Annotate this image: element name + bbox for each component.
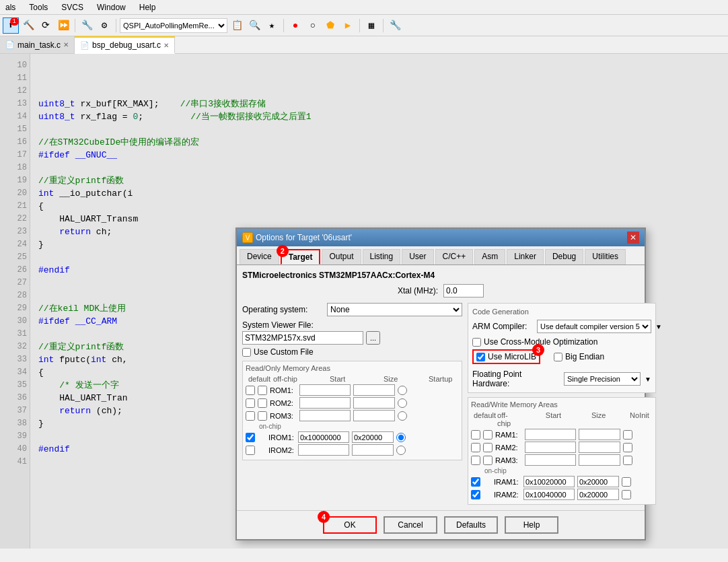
- rom1-default-cb[interactable]: [246, 386, 255, 395]
- step-badge-4: 4: [318, 511, 330, 523]
- toolbar-button-star[interactable]: ★: [264, 17, 280, 34]
- dialog-tab-cpp[interactable]: C/C++: [435, 249, 474, 265]
- rom3-startup-radio[interactable]: [398, 411, 407, 421]
- dialog-close-button[interactable]: ✕: [627, 232, 639, 244]
- ram1-size-input[interactable]: [579, 429, 620, 440]
- rom2-offchip-cb[interactable]: [258, 398, 267, 408]
- rom1-size-input[interactable]: [353, 384, 395, 396]
- dialog-tab-user[interactable]: User: [402, 249, 433, 265]
- menu-help[interactable]: Help: [137, 3, 159, 12]
- ok-button[interactable]: 4 OK: [323, 516, 377, 534]
- toolbar-button-arrow[interactable]: ▶: [340, 17, 356, 34]
- rom3-offchip-cb[interactable]: [258, 411, 267, 421]
- rom3-start-input[interactable]: [299, 410, 351, 421]
- toolbar-button-find[interactable]: 🔍: [246, 17, 262, 34]
- ram1-noinit-cb[interactable]: [623, 430, 632, 440]
- tab-main-task-close[interactable]: ✕: [63, 41, 69, 48]
- tab-bsp-debug-close[interactable]: ✕: [163, 42, 169, 49]
- toolbar-button-orange[interactable]: ⬟: [322, 17, 338, 34]
- ram3-default-cb[interactable]: [471, 456, 480, 465]
- iram1-start-input[interactable]: [523, 476, 575, 487]
- iram1-row: IRAM1:: [471, 476, 653, 487]
- ram2-noinit-cb[interactable]: [623, 443, 632, 452]
- irom2-cb[interactable]: [246, 446, 255, 455]
- rom3-size-input[interactable]: [353, 410, 395, 421]
- dialog-tab-listing[interactable]: Listing: [363, 249, 401, 265]
- ram3-start-input[interactable]: [525, 454, 576, 466]
- ram2-size-input[interactable]: [579, 442, 620, 453]
- menu-tools[interactable]: Tools: [26, 3, 50, 12]
- dialog-tab-asm[interactable]: Asm: [474, 249, 505, 265]
- rom2-startup-radio[interactable]: [398, 398, 407, 408]
- os-select[interactable]: None: [327, 303, 462, 316]
- ram1-start-input[interactable]: [525, 429, 576, 440]
- system-viewer-input[interactable]: [242, 331, 363, 345]
- ram2-default-cb[interactable]: [471, 443, 480, 452]
- xtal-row: Xtal (MHz):: [242, 284, 639, 297]
- ram3-size-input[interactable]: [579, 454, 620, 466]
- xtal-input[interactable]: [443, 284, 484, 297]
- rom2-size-input[interactable]: [353, 397, 395, 409]
- irom1-startup-radio[interactable]: [396, 433, 406, 442]
- ram2-start-input[interactable]: [525, 442, 576, 453]
- big-endian-checkbox[interactable]: [554, 353, 562, 361]
- toolbar-btn1-container: ⬆ 1: [3, 17, 19, 34]
- menu-als[interactable]: als: [3, 3, 18, 12]
- toolbar-button-build[interactable]: ⚙: [96, 17, 112, 34]
- irom2-startup-radio[interactable]: [396, 446, 406, 455]
- iram2-size-input[interactable]: [577, 489, 619, 500]
- rom1-startup-radio[interactable]: [398, 386, 407, 395]
- ram2-offchip-cb[interactable]: [483, 443, 493, 452]
- ram1-default-cb[interactable]: [471, 430, 480, 440]
- irom1-size-input[interactable]: [352, 431, 394, 443]
- defaults-button[interactable]: Defaults: [444, 516, 498, 534]
- custom-file-checkbox[interactable]: [242, 348, 251, 357]
- toolbar-button-grid[interactable]: ▦: [363, 17, 379, 34]
- toolbar-button-2[interactable]: 🔨: [20, 17, 36, 34]
- rom2-default-cb[interactable]: [246, 398, 255, 408]
- dialog-tab-target[interactable]: 2 Target: [281, 249, 321, 265]
- toolbar-separator-1: [75, 19, 75, 32]
- cross-module-checkbox[interactable]: [472, 338, 481, 347]
- toolbar-button-4[interactable]: ⏩: [55, 17, 71, 34]
- toolbar-button-rebuild[interactable]: 🔧: [79, 17, 95, 34]
- iram1-cb[interactable]: [471, 477, 480, 487]
- toolbar-button-settings[interactable]: 🔧: [387, 17, 403, 34]
- toolbar-button-red[interactable]: ●: [287, 17, 303, 34]
- microlib-checkbox[interactable]: [476, 353, 485, 361]
- rom2-start-input[interactable]: [299, 397, 351, 409]
- toolbar-target-dropdown[interactable]: QSPI_AutoPollingMemRe...: [120, 18, 227, 33]
- arm-compiler-select[interactable]: Use default compiler version 5: [537, 320, 651, 333]
- dialog-tab-linker[interactable]: Linker: [507, 249, 544, 265]
- tab-main-task[interactable]: 📄 main_task.c ✕: [0, 36, 75, 53]
- dialog-tab-output[interactable]: Output: [322, 249, 361, 265]
- menu-window[interactable]: Window: [94, 3, 129, 12]
- toolbar-button-load[interactable]: 📋: [229, 17, 245, 34]
- iram2-cb[interactable]: [471, 490, 480, 499]
- menu-svcs[interactable]: SVCS: [59, 3, 86, 12]
- dialog-tab-utilities[interactable]: Utilities: [585, 249, 626, 265]
- tab-bsp-debug[interactable]: 📄 bsp_debug_usart.c ✕: [75, 36, 175, 54]
- ram3-noinit-cb[interactable]: [623, 456, 632, 465]
- irom2-size-input[interactable]: [352, 444, 394, 456]
- toolbar-button-3[interactable]: ⟳: [38, 17, 54, 34]
- rom1-offchip-cb[interactable]: [258, 386, 267, 395]
- iram1-noinit-cb[interactable]: [622, 477, 631, 487]
- ram3-offchip-cb[interactable]: [483, 456, 493, 465]
- ram1-offchip-cb[interactable]: [483, 430, 493, 440]
- iram2-start-input[interactable]: [523, 489, 575, 500]
- iram1-size-input[interactable]: [577, 476, 619, 487]
- irom1-cb[interactable]: [246, 433, 255, 442]
- help-button[interactable]: Help: [505, 516, 558, 534]
- toolbar-button-circle[interactable]: ○: [305, 17, 321, 34]
- fp-select[interactable]: Not Used Single Precision Double Precisi…: [564, 372, 641, 386]
- iram2-noinit-cb[interactable]: [622, 490, 631, 499]
- dialog-tab-device[interactable]: Device: [240, 249, 279, 265]
- cancel-button[interactable]: Cancel: [384, 516, 437, 534]
- irom2-start-input[interactable]: [298, 444, 349, 456]
- irom1-start-input[interactable]: [298, 431, 349, 443]
- dialog-tab-debug[interactable]: Debug: [545, 249, 583, 265]
- rom3-default-cb[interactable]: [246, 411, 255, 421]
- rom1-start-input[interactable]: [299, 384, 351, 396]
- system-viewer-browse[interactable]: ...: [366, 331, 380, 345]
